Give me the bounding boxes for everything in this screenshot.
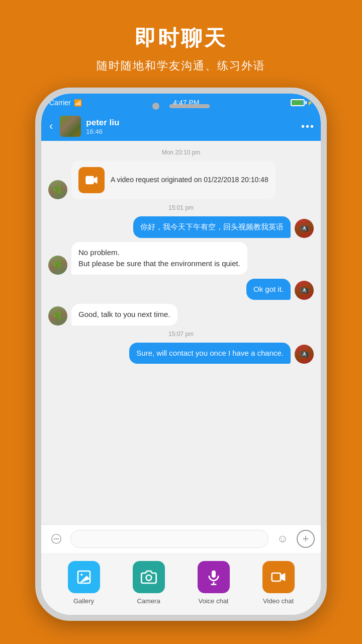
- gallery-label: Gallery: [73, 597, 94, 605]
- top-section: 即时聊天 随时随地和学友沟通、练习外语: [97, 0, 265, 88]
- phone-speaker: [152, 103, 210, 110]
- battery-icon: [291, 99, 305, 106]
- timestamp-2: 15:01 pm: [48, 204, 314, 211]
- message-row-sent-2: 🏴‍☠️ Ok got it.: [48, 279, 314, 300]
- svg-rect-11: [272, 573, 280, 581]
- contact-status: 16:46: [86, 128, 296, 135]
- wifi-icon: 📶: [74, 99, 82, 107]
- gallery-action[interactable]: Gallery: [68, 561, 100, 605]
- carrier-label: Carrier: [49, 99, 71, 107]
- my-avatar-3: 🏴‍☠️: [295, 345, 314, 364]
- bubble-sent-2: Ok got it.: [246, 279, 291, 300]
- video-play-icon: [84, 173, 99, 187]
- bubble-received-1: No problem.But please be sure that the e…: [71, 242, 247, 275]
- message-row-sent-3: 🏴‍☠️ Sure, will contact you once I have …: [48, 343, 314, 364]
- gallery-icon: [76, 569, 92, 585]
- voice-chat-action[interactable]: Voice chat: [198, 561, 230, 605]
- camera-icon-box: [133, 561, 165, 593]
- my-avatar-1: 🏴‍☠️: [295, 219, 314, 238]
- svg-point-2: [54, 538, 55, 540]
- bubble-sent-1: 你好，我今天下午有空，回头视频教我英语: [133, 216, 291, 238]
- peter-avatar-2: 🌿: [48, 256, 67, 275]
- peter-avatar-1: 🌿: [48, 180, 67, 199]
- back-button[interactable]: ‹: [47, 118, 55, 135]
- chat-header: ‹ peter liu 16:46 •••: [41, 112, 321, 141]
- svg-point-7: [146, 575, 151, 581]
- page-title: 即时聊天: [97, 24, 265, 52]
- message-row-received-1: 🌿 No problem.But please be sure that the…: [48, 242, 314, 275]
- speaker-dot: [152, 103, 159, 110]
- microphone-icon: [206, 569, 222, 585]
- menu-button[interactable]: •••: [301, 121, 315, 132]
- video-request-bubble: A video request originated on 01/22/2018…: [71, 161, 276, 199]
- camera-action[interactable]: Camera: [133, 561, 165, 605]
- voice-icon-box: [198, 561, 230, 593]
- svg-point-6: [80, 574, 82, 576]
- emoji-button[interactable]: ☺: [274, 530, 292, 548]
- phone-content: Carrier 📶 4:47 PM ⚡ ‹ peter liu: [41, 94, 321, 615]
- phone-screen: Carrier 📶 4:47 PM ⚡ ‹ peter liu: [41, 94, 321, 615]
- battery-fill: [292, 100, 303, 105]
- video-icon-box: [78, 167, 105, 193]
- message-row-video: 🌿 A video request originated on 01/22/20…: [48, 161, 314, 199]
- timestamp-1: Mon 20:10 pm: [48, 149, 314, 156]
- status-left: Carrier 📶: [49, 99, 82, 107]
- my-avatar-2: 🏴‍☠️: [295, 281, 314, 300]
- message-input[interactable]: [70, 530, 268, 548]
- svg-point-3: [56, 538, 57, 540]
- bubble-received-2: Good, talk to you next time.: [71, 304, 177, 326]
- svg-point-4: [57, 538, 59, 540]
- status-right: ⚡: [291, 99, 313, 106]
- bolt-icon: ⚡: [307, 100, 313, 106]
- svg-rect-8: [212, 571, 216, 578]
- voice-chat-label: Voice chat: [199, 597, 229, 605]
- timestamp-3: 15:07 pm: [48, 331, 314, 338]
- camera-icon: [141, 569, 157, 585]
- video-chat-label: Video chat: [263, 597, 294, 605]
- chat-messages: Mon 20:10 pm 🌿 A video request or: [41, 141, 321, 524]
- gallery-icon-box: [68, 561, 100, 593]
- video-request-text: A video request originated on 01/22/2018…: [111, 175, 268, 185]
- avatar-image: [60, 116, 81, 137]
- svg-rect-0: [85, 176, 94, 184]
- message-row-sent-1: 🏴‍☠️ 你好，我今天下午有空，回头视频教我英语: [48, 216, 314, 238]
- input-area: ☺ +: [41, 524, 321, 553]
- bottom-actions: Gallery Camera: [41, 553, 321, 615]
- contact-info: peter liu 16:46: [86, 118, 296, 135]
- message-row-received-2: 🌿 Good, talk to you next time.: [48, 304, 314, 326]
- voice-button[interactable]: [47, 530, 65, 548]
- video-icon-box2: [262, 561, 295, 593]
- speaker-bar: [169, 104, 210, 108]
- camera-label: Camera: [137, 597, 160, 605]
- video-chat-action[interactable]: Video chat: [262, 561, 295, 605]
- plus-button[interactable]: +: [297, 530, 315, 548]
- video-camera-icon: [270, 569, 287, 585]
- page-subtitle: 随时随地和学友沟通、练习外语: [97, 58, 265, 73]
- contact-name: peter liu: [86, 118, 296, 128]
- contact-avatar: [60, 116, 81, 137]
- phone-mockup: Carrier 📶 4:47 PM ⚡ ‹ peter liu: [35, 88, 327, 621]
- bubble-sent-3: Sure, will contact you once I have a cha…: [129, 343, 291, 364]
- peter-avatar-3: 🌿: [48, 306, 67, 326]
